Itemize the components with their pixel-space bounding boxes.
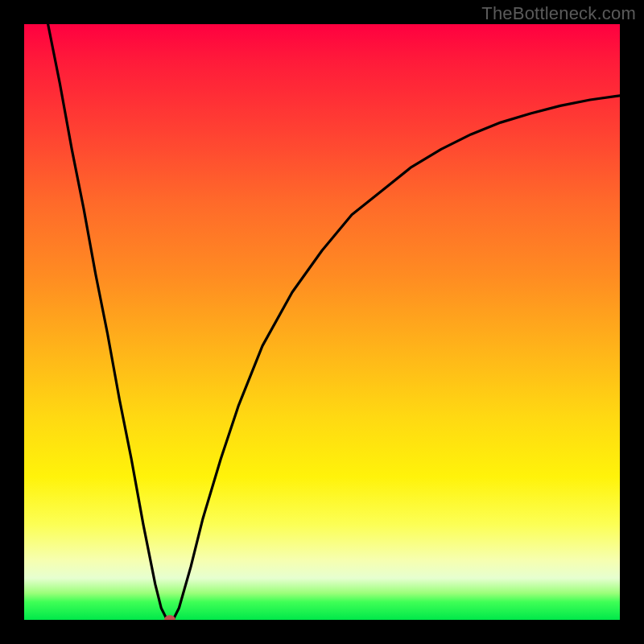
optimal-point-marker (164, 615, 175, 620)
bottleneck-curve (24, 24, 620, 620)
watermark-text: TheBottleneck.com (481, 3, 636, 24)
plot-area (24, 24, 620, 620)
chart-frame: TheBottleneck.com (0, 0, 644, 644)
